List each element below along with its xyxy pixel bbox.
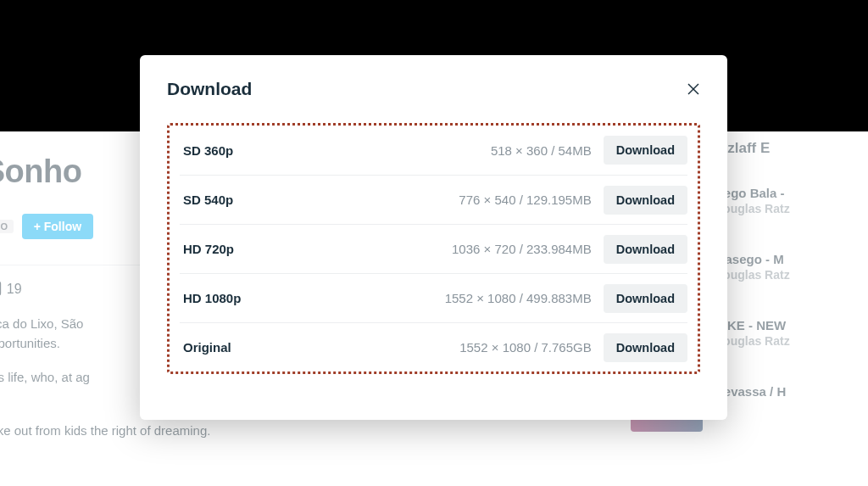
desc-text: ystem take out from kids the right of dr… [0, 423, 210, 438]
download-button[interactable]: Download [604, 333, 687, 362]
download-option-row: SD 540p 776 × 540 / 129.195MB Download [180, 175, 687, 224]
download-option-row: HD 720p 1036 × 720 / 233.984MB Download [180, 224, 687, 273]
desc-text: ed in Boca do Lixo, São [0, 316, 83, 331]
download-button[interactable]: Download [604, 235, 687, 264]
comments-count: 19 [7, 282, 22, 297]
download-option-row: SD 360p 518 × 360 / 54MB Download [180, 126, 687, 175]
quality-dimensions: 1552 × 1080 / 7.765GB [298, 340, 604, 355]
download-button[interactable]: Download [604, 136, 687, 165]
desc-text: many opportunities. [0, 336, 60, 350]
quality-dimensions: 1036 × 720 / 233.984MB [298, 242, 604, 256]
quality-label: SD 540p [180, 193, 298, 207]
modal-title: Download [167, 79, 700, 99]
quality-dimensions: 776 × 540 / 129.195MB [298, 193, 604, 207]
quality-label: HD 1080p [180, 291, 298, 305]
comment-icon [0, 281, 2, 298]
pro-badge: PRO [0, 220, 14, 233]
download-button[interactable]: Download [604, 284, 687, 313]
download-option-row: Original 1552 × 1080 / 7.765GB Download [180, 322, 687, 371]
close-icon [686, 81, 701, 97]
quality-label: SD 360p [180, 143, 298, 158]
close-button[interactable] [682, 77, 705, 101]
download-options-list: SD 360p 518 × 360 / 54MB Download SD 540… [167, 123, 700, 374]
quality-dimensions: 1552 × 1080 / 499.883MB [298, 291, 604, 305]
download-option-row: HD 1080p 1552 × 1080 / 499.883MB Downloa… [180, 273, 687, 322]
desc-text: s from his life, who, at ag [0, 370, 90, 384]
quality-label: HD 720p [180, 242, 298, 256]
comments-stat[interactable]: 19 [0, 281, 22, 298]
download-modal: Download SD 360p 518 × 360 / 54MB Downlo… [140, 55, 727, 420]
follow-button[interactable]: + Follow [22, 214, 93, 239]
download-button[interactable]: Download [604, 186, 687, 215]
quality-label: Original [180, 340, 298, 355]
quality-dimensions: 518 × 360 / 54MB [298, 143, 604, 158]
